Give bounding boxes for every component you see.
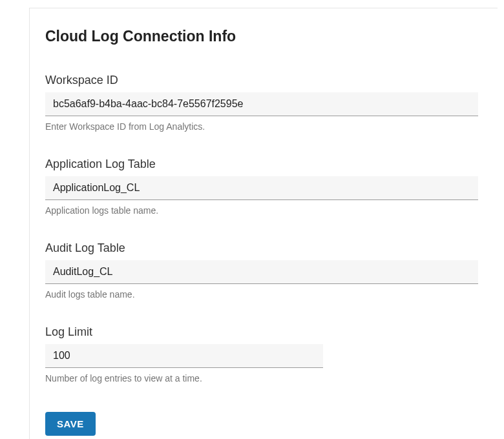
page-title: Cloud Log Connection Info (45, 28, 478, 45)
workspace-id-label: Workspace ID (45, 74, 478, 87)
workspace-id-help: Enter Workspace ID from Log Analytics. (45, 121, 478, 132)
log-limit-group: Log Limit Number of log entries to view … (45, 325, 478, 383)
workspace-id-input[interactable] (45, 92, 478, 116)
app-log-table-help: Application logs table name. (45, 205, 478, 216)
connection-info-card: Cloud Log Connection Info Workspace ID E… (29, 8, 498, 439)
log-limit-label: Log Limit (45, 325, 478, 339)
workspace-id-group: Workspace ID Enter Workspace ID from Log… (45, 74, 478, 132)
audit-log-table-group: Audit Log Table Audit logs table name. (45, 241, 478, 300)
app-log-table-input[interactable] (45, 176, 478, 200)
app-log-table-group: Application Log Table Application logs t… (45, 158, 478, 216)
log-limit-input[interactable] (45, 344, 323, 368)
audit-log-table-help: Audit logs table name. (45, 289, 478, 300)
audit-log-table-input[interactable] (45, 260, 478, 284)
audit-log-table-label: Audit Log Table (45, 241, 478, 255)
app-log-table-label: Application Log Table (45, 158, 478, 171)
save-button[interactable]: SAVE (45, 412, 96, 436)
log-limit-help: Number of log entries to view at a time. (45, 373, 478, 383)
